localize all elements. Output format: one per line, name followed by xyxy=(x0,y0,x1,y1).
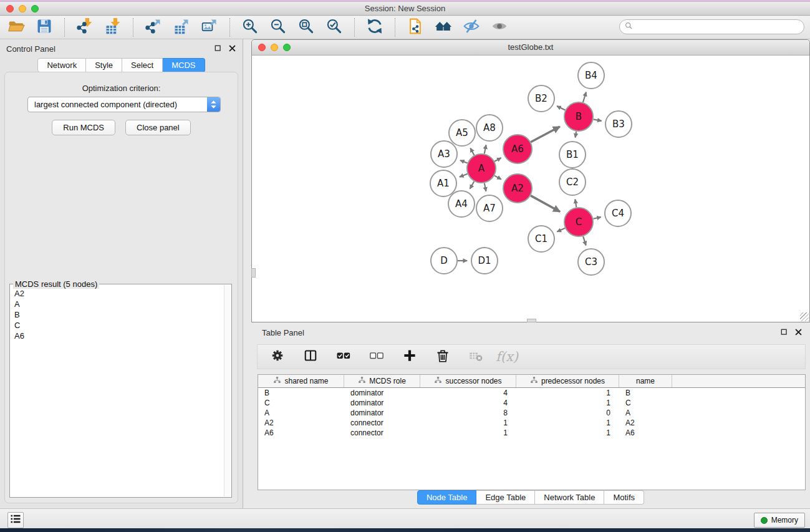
column-header-predecessor-nodes[interactable]: predecessor nodes xyxy=(516,375,619,387)
network-graph-canvas[interactable]: B4B2BB3A5A8A6A3B1AC2A1A2A4A7C4CC1DD1C3 xyxy=(252,56,809,322)
export-network-button[interactable] xyxy=(143,17,163,37)
cell-predecessor-nodes[interactable]: 1 xyxy=(516,388,619,398)
search-input[interactable] xyxy=(636,22,799,32)
memory-button[interactable]: Memory xyxy=(754,513,805,528)
table-settings-button[interactable] xyxy=(268,347,287,366)
bottom-splitter-handle[interactable] xyxy=(527,319,536,322)
graph-node-A3[interactable]: A3 xyxy=(431,141,457,167)
table-row[interactable]: A2connector11A2 xyxy=(258,418,805,428)
graph-node-A4[interactable]: A4 xyxy=(448,191,475,217)
left-splitter-handle[interactable] xyxy=(251,268,256,278)
close-panel-button[interactable]: Close panel xyxy=(125,120,191,135)
delete-column-button[interactable] xyxy=(433,347,452,366)
cell-MCDS-role[interactable]: connector xyxy=(344,428,420,438)
edge-C-C3[interactable] xyxy=(583,236,586,246)
cell-MCDS-role[interactable]: dominator xyxy=(344,408,420,418)
save-session-button[interactable] xyxy=(34,17,54,37)
graph-node-D1[interactable]: D1 xyxy=(471,248,498,274)
graph-node-A2[interactable]: A2 xyxy=(503,174,532,203)
cell-name[interactable]: C xyxy=(619,398,672,408)
edge-B-B3[interactable] xyxy=(594,119,602,120)
tab-mcds[interactable]: MCDS xyxy=(163,58,205,72)
edge-A-A5[interactable] xyxy=(470,148,474,155)
graph-node-B2[interactable]: B2 xyxy=(528,85,554,112)
tab-network[interactable]: Network xyxy=(37,58,86,72)
graph-node-B1[interactable]: B1 xyxy=(559,142,586,168)
result-item[interactable]: A2 xyxy=(11,288,223,299)
cell-shared-name[interactable]: C xyxy=(258,398,344,408)
graph-node-C1[interactable]: C1 xyxy=(528,226,554,252)
edge-C-C1[interactable] xyxy=(557,228,565,232)
column-view-button[interactable] xyxy=(301,347,320,366)
edge-B-B1[interactable] xyxy=(576,132,577,138)
result-item[interactable]: C xyxy=(11,320,223,331)
graph-node-A8[interactable]: A8 xyxy=(476,115,503,141)
close-window-button[interactable] xyxy=(6,5,14,12)
select-all-button[interactable] xyxy=(334,347,353,366)
result-item[interactable]: A6 xyxy=(11,331,223,341)
table-row[interactable]: Cdominator41C xyxy=(258,398,805,408)
zoom-fit-button[interactable] xyxy=(296,17,316,37)
edge-C-C2[interactable] xyxy=(575,199,576,207)
graph-node-C2[interactable]: C2 xyxy=(559,169,586,195)
tab-edge-table[interactable]: Edge Table xyxy=(476,490,535,505)
network-close-button[interactable] xyxy=(258,44,266,51)
column-header-successor-nodes[interactable]: successor nodes xyxy=(420,375,516,387)
graph-node-A[interactable]: A xyxy=(467,154,496,183)
cell-successor-nodes[interactable]: 4 xyxy=(420,398,516,408)
edge-A-A3[interactable] xyxy=(460,160,468,163)
column-header-MCDS-role[interactable]: MCDS role xyxy=(344,375,420,387)
cell-successor-nodes[interactable]: 1 xyxy=(420,418,516,428)
home-button[interactable] xyxy=(433,17,453,37)
cell-MCDS-role[interactable]: connector xyxy=(344,418,420,428)
edge-A-A6[interactable] xyxy=(494,158,501,162)
float-table-panel-icon[interactable] xyxy=(780,327,788,339)
network-minimize-button[interactable] xyxy=(271,44,278,51)
edge-B-B2[interactable] xyxy=(557,106,565,110)
search-field[interactable] xyxy=(619,19,804,34)
graph-node-C[interactable]: C xyxy=(564,208,593,236)
graph-node-C4[interactable]: C4 xyxy=(605,200,631,226)
delete-table-button[interactable] xyxy=(466,347,485,366)
import-network-button[interactable] xyxy=(75,17,95,37)
zoom-selected-button[interactable] xyxy=(324,17,344,37)
network-window-titlebar[interactable]: testGlobe.txt xyxy=(252,40,809,56)
cell-MCDS-role[interactable]: dominator xyxy=(344,398,420,408)
cell-name[interactable]: A xyxy=(619,408,672,418)
edge-A-A1[interactable] xyxy=(460,174,468,177)
task-history-button[interactable] xyxy=(7,512,24,528)
tab-select[interactable]: Select xyxy=(122,58,163,72)
close-table-panel-icon[interactable] xyxy=(794,327,803,339)
zoom-window-button[interactable] xyxy=(31,5,39,12)
graph-node-B4[interactable]: B4 xyxy=(578,62,604,89)
edge-A-A4[interactable] xyxy=(470,181,475,189)
zoom-in-button[interactable] xyxy=(240,17,260,37)
result-item[interactable]: B xyxy=(11,309,223,320)
table-row[interactable]: A6connector11A6 xyxy=(258,428,805,438)
cell-shared-name[interactable]: B xyxy=(258,388,344,398)
edge-C-C4[interactable] xyxy=(593,217,600,219)
graph-node-A1[interactable]: A1 xyxy=(430,170,456,196)
graph-node-C3[interactable]: C3 xyxy=(578,249,604,275)
column-header-shared-name[interactable]: shared name xyxy=(258,375,344,387)
show-eye-button[interactable] xyxy=(489,17,509,37)
cell-name[interactable]: A6 xyxy=(619,428,672,438)
tab-node-table[interactable]: Node Table xyxy=(417,490,477,505)
import-table-button[interactable] xyxy=(103,17,123,37)
graph-node-A6[interactable]: A6 xyxy=(503,135,532,163)
run-mcds-button[interactable]: Run MCDS xyxy=(52,120,115,135)
add-column-button[interactable] xyxy=(400,347,419,366)
edge-A-A8[interactable] xyxy=(485,145,486,153)
cell-predecessor-nodes[interactable]: 0 xyxy=(516,408,619,418)
float-panel-icon[interactable] xyxy=(214,44,222,55)
column-header-name[interactable]: name xyxy=(619,375,672,387)
minimize-window-button[interactable] xyxy=(19,5,26,12)
export-image-button[interactable] xyxy=(200,17,219,37)
cell-predecessor-nodes[interactable]: 1 xyxy=(516,398,619,408)
graph-node-A7[interactable]: A7 xyxy=(476,195,503,221)
edge-A-A7[interactable] xyxy=(485,183,486,191)
cell-predecessor-nodes[interactable]: 1 xyxy=(516,418,619,428)
tab-style[interactable]: Style xyxy=(86,58,122,72)
table-row[interactable]: Adominator80A xyxy=(258,408,805,418)
graph-node-B3[interactable]: B3 xyxy=(605,111,632,137)
